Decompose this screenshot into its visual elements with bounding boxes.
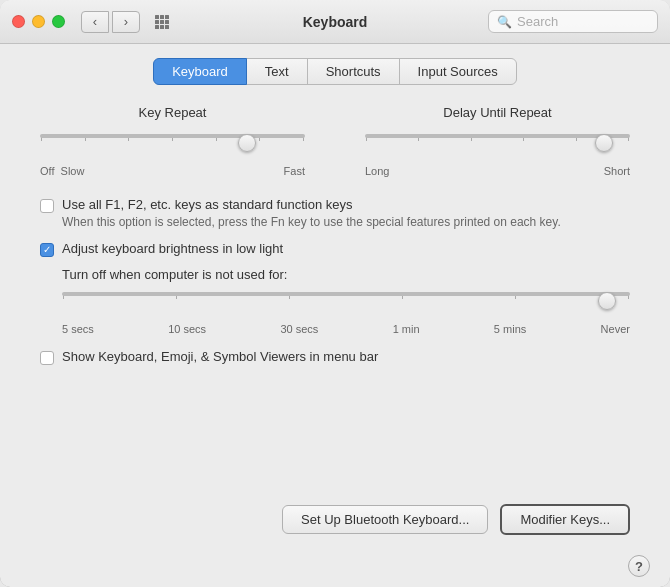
svg-rect-1 — [160, 15, 164, 19]
svg-rect-4 — [160, 20, 164, 24]
turnoff-label-5secs: 5 secs — [62, 323, 94, 335]
close-button[interactable] — [12, 15, 25, 28]
maximize-button[interactable] — [52, 15, 65, 28]
bluetooth-button[interactable]: Set Up Bluetooth Keyboard... — [282, 505, 488, 534]
content-area: Key Repeat — [0, 95, 670, 488]
delay-repeat-track — [365, 134, 630, 138]
turnoff-label-never: Never — [601, 323, 630, 335]
help-area: ? — [0, 555, 670, 587]
key-repeat-left-label: Off Slow — [40, 165, 84, 177]
turnoff-slider-container — [62, 292, 630, 317]
key-repeat-slider-container — [40, 134, 305, 159]
function-keys-label: Use all F1, F2, etc. keys as standard fu… — [62, 197, 561, 212]
turnoff-slider-group: 5 secs 10 secs 30 secs 1 min 5 mins Neve… — [62, 292, 630, 335]
tab-text[interactable]: Text — [246, 58, 308, 85]
svg-rect-0 — [155, 15, 159, 19]
tab-keyboard[interactable]: Keyboard — [153, 58, 247, 85]
delay-repeat-labels: Long Short — [365, 165, 630, 177]
key-repeat-group: Key Repeat — [40, 105, 305, 177]
key-repeat-label: Key Repeat — [40, 105, 305, 120]
keyboard-brightness-checkbox[interactable]: ✓ — [40, 243, 54, 257]
svg-rect-6 — [155, 25, 159, 29]
key-repeat-track — [40, 134, 305, 138]
show-viewers-label: Show Keyboard, Emoji, & Symbol Viewers i… — [62, 349, 378, 364]
delay-repeat-slider-container — [365, 134, 630, 159]
turnoff-label: Turn off when computer is not used for: — [62, 267, 630, 282]
key-repeat-right-label: Fast — [284, 165, 305, 177]
search-icon: 🔍 — [497, 15, 512, 29]
turnoff-thumb[interactable] — [598, 292, 616, 310]
svg-rect-3 — [155, 20, 159, 24]
delay-repeat-label: Delay Until Repeat — [365, 105, 630, 120]
delay-repeat-group: Delay Until Repeat — [365, 105, 630, 177]
modifier-keys-button[interactable]: Modifier Keys... — [500, 504, 630, 535]
minimize-button[interactable] — [32, 15, 45, 28]
svg-rect-2 — [165, 15, 169, 19]
show-viewers-row: Show Keyboard, Emoji, & Symbol Viewers i… — [40, 349, 630, 365]
function-keys-desc: When this option is selected, press the … — [62, 214, 561, 231]
tabbar: Keyboard Text Shortcuts Input Sources — [0, 44, 670, 95]
turnoff-track — [62, 292, 630, 296]
turnoff-label-10secs: 10 secs — [168, 323, 206, 335]
keyboard-brightness-row: ✓ Adjust keyboard brightness in low ligh… — [40, 241, 630, 257]
turnoff-tick-labels: 5 secs 10 secs 30 secs 1 min 5 mins Neve… — [62, 323, 630, 335]
keyboard-brightness-content: Adjust keyboard brightness in low light — [62, 241, 283, 256]
sliders-row: Key Repeat — [40, 105, 630, 177]
back-button[interactable]: ‹ — [81, 11, 109, 33]
turnoff-label-1min: 1 min — [393, 323, 420, 335]
svg-rect-8 — [165, 25, 169, 29]
svg-rect-7 — [160, 25, 164, 29]
key-repeat-labels: Off Slow Fast — [40, 165, 305, 177]
function-keys-row: Use all F1, F2, etc. keys as standard fu… — [40, 197, 630, 231]
delay-repeat-thumb[interactable] — [595, 134, 613, 152]
tab-shortcuts[interactable]: Shortcuts — [307, 58, 400, 85]
turnoff-label-30secs: 30 secs — [280, 323, 318, 335]
delay-repeat-right-label: Short — [604, 165, 630, 177]
keyboard-brightness-label: Adjust keyboard brightness in low light — [62, 241, 283, 256]
forward-button[interactable]: › — [112, 11, 140, 33]
search-placeholder: Search — [517, 14, 558, 29]
grid-button[interactable] — [148, 11, 176, 33]
turnoff-label-5mins: 5 mins — [494, 323, 526, 335]
key-repeat-thumb[interactable] — [238, 134, 256, 152]
function-keys-checkbox[interactable] — [40, 199, 54, 213]
delay-repeat-left-label: Long — [365, 165, 389, 177]
svg-rect-5 — [165, 20, 169, 24]
show-viewers-checkbox[interactable] — [40, 351, 54, 365]
tab-input-sources[interactable]: Input Sources — [399, 58, 517, 85]
traffic-lights — [12, 15, 65, 28]
help-button[interactable]: ? — [628, 555, 650, 577]
keyboard-preferences-window: ‹ › Keyboard 🔍 Search Keyboard Text — [0, 0, 670, 587]
nav-buttons: ‹ › — [81, 11, 140, 33]
titlebar: ‹ › Keyboard 🔍 Search — [0, 0, 670, 44]
show-viewers-content: Show Keyboard, Emoji, & Symbol Viewers i… — [62, 349, 378, 364]
search-box[interactable]: 🔍 Search — [488, 10, 658, 33]
function-keys-content: Use all F1, F2, etc. keys as standard fu… — [62, 197, 561, 231]
window-title: Keyboard — [303, 14, 368, 30]
bottom-bar: Set Up Bluetooth Keyboard... Modifier Ke… — [0, 488, 670, 555]
